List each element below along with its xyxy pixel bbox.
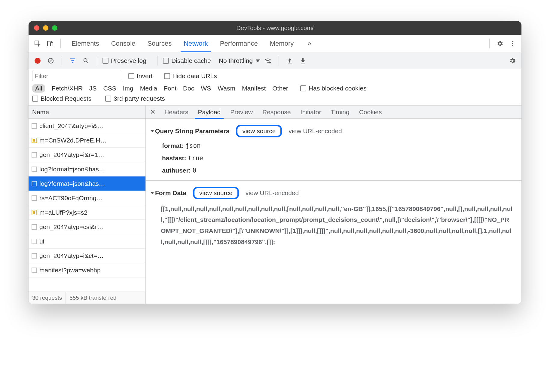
script-file-icon <box>32 138 37 143</box>
window-title: DevTools - www.google.com/ <box>29 25 521 32</box>
main-tabs-row: ElementsConsoleSourcesNetworkPerformance… <box>29 35 521 52</box>
separator <box>60 39 61 48</box>
form-view-url-encoded-button[interactable]: view URL-encoded <box>246 189 299 197</box>
tab-sources[interactable]: Sources <box>141 35 178 52</box>
name-column-header[interactable]: Name <box>29 106 145 119</box>
filter-input[interactable] <box>32 71 122 81</box>
main-split: Name client_204?&atyp=i&…m=CnSW2d,DPreE,… <box>29 106 521 304</box>
separator <box>62 56 62 66</box>
network-toolbar: Preserve log Disable cache No throttling <box>29 52 521 69</box>
close-detail-button[interactable]: ✕ <box>148 108 157 117</box>
blocked-requests-checkbox[interactable]: Blocked Requests <box>32 95 91 102</box>
tab-elements[interactable]: Elements <box>66 35 105 52</box>
search-icon[interactable] <box>81 55 91 66</box>
type-filter-doc[interactable]: Doc <box>183 85 194 92</box>
request-row[interactable]: ui <box>29 234 145 249</box>
inspect-element-icon[interactable] <box>32 38 43 49</box>
detail-tab-payload[interactable]: Payload <box>193 106 225 118</box>
document-file-icon <box>32 224 37 230</box>
request-row[interactable]: log?format=json&has… <box>29 176 145 191</box>
document-file-icon <box>32 167 37 172</box>
filter-bar: Invert Hide data URLs AllFetch/XHRJSCSSI… <box>29 69 521 106</box>
type-filter-other[interactable]: Other <box>272 85 288 92</box>
detail-tab-headers[interactable]: Headers <box>160 106 193 118</box>
request-row[interactable]: gen_204?atyp=i&r=1… <box>29 148 145 162</box>
network-settings-icon[interactable] <box>507 55 518 66</box>
clear-button[interactable] <box>45 55 56 66</box>
disable-cache-checkbox[interactable]: Disable cache <box>163 57 211 64</box>
form-data-section-header[interactable]: Form Data view source view URL-encoded <box>146 184 521 202</box>
request-row[interactable]: gen_204?atyp=i&ct=… <box>29 249 145 263</box>
type-filter-fetchxhr[interactable]: Fetch/XHR <box>52 85 83 92</box>
document-file-icon <box>32 195 37 201</box>
query-param-row: format: json <box>162 140 521 152</box>
svg-point-4 <box>512 43 513 44</box>
filter-icon[interactable] <box>67 55 78 66</box>
tab-performance[interactable]: Performance <box>214 35 264 52</box>
detail-tab-timing[interactable]: Timing <box>326 106 354 118</box>
throttling-select[interactable]: No throttling <box>219 57 260 64</box>
settings-icon[interactable] <box>494 38 505 49</box>
section-divider <box>146 180 521 181</box>
request-row[interactable]: m=aLUfP?xjs=s2 <box>29 205 145 220</box>
request-name: m=aLUfP?xjs=s2 <box>39 209 87 216</box>
detail-tab-preview[interactable]: Preview <box>225 106 258 118</box>
blocked-requests-label: Blocked Requests <box>41 95 91 102</box>
type-filter-css[interactable]: CSS <box>103 85 116 92</box>
invert-checkbox[interactable]: Invert <box>128 72 153 80</box>
hide-data-urls-checkbox[interactable]: Hide data URLs <box>164 72 217 80</box>
svg-point-5 <box>512 45 513 46</box>
has-blocked-cookies-checkbox[interactable]: Has blocked cookies <box>300 85 367 92</box>
separator <box>97 56 97 66</box>
third-party-label: 3rd-party requests <box>114 95 165 102</box>
type-filter-media[interactable]: Media <box>140 85 157 92</box>
type-filter-wasm[interactable]: Wasm <box>218 85 235 92</box>
type-filter-font[interactable]: Font <box>164 85 176 92</box>
type-filter-ws[interactable]: WS <box>201 85 211 92</box>
network-conditions-icon[interactable] <box>262 55 273 66</box>
request-row[interactable]: rs=ACT90oFqOrnng… <box>29 191 145 205</box>
type-filter-all[interactable]: All <box>32 84 45 93</box>
request-row[interactable]: manifest?pwa=webhp <box>29 263 145 277</box>
tab-console[interactable]: Console <box>105 35 142 52</box>
status-bar: 30 requests 555 kB transferred <box>29 292 145 304</box>
devtools-window: DevTools - www.google.com/ ElementsConso… <box>29 21 521 304</box>
more-tabs-button[interactable]: » <box>301 35 317 52</box>
document-file-icon <box>32 253 37 259</box>
payload-panel: Query String Parameters view source view… <box>146 119 521 304</box>
download-har-icon[interactable] <box>298 55 308 66</box>
preserve-log-checkbox[interactable]: Preserve log <box>102 57 146 64</box>
request-name: ui <box>39 238 44 245</box>
detail-tab-response[interactable]: Response <box>258 106 296 118</box>
query-params-list: format: jsonhasfast: trueauthuser: 0 <box>146 140 521 177</box>
resource-type-filters: AllFetch/XHRJSCSSImgMediaFontDocWSWasmMa… <box>32 84 518 93</box>
type-filter-js[interactable]: JS <box>89 85 97 92</box>
request-row[interactable]: client_204?&atyp=i&… <box>29 119 145 133</box>
transfer-size: 555 kB transferred <box>66 292 120 304</box>
query-view-url-encoded-button[interactable]: view URL-encoded <box>289 127 342 135</box>
tab-network[interactable]: Network <box>178 35 214 52</box>
request-count: 30 requests <box>29 292 66 304</box>
device-toolbar-icon[interactable] <box>45 38 56 49</box>
third-party-checkbox[interactable]: 3rd-party requests <box>105 95 165 102</box>
request-row[interactable]: m=CnSW2d,DPreE,H… <box>29 133 145 148</box>
form-view-source-button[interactable]: view source <box>193 187 239 199</box>
query-view-source-button[interactable]: view source <box>236 125 282 137</box>
kebab-menu-icon[interactable] <box>507 38 518 49</box>
type-filter-manifest[interactable]: Manifest <box>242 85 266 92</box>
document-file-icon <box>32 239 37 244</box>
throttling-value: No throttling <box>219 57 253 64</box>
document-file-icon <box>32 181 37 186</box>
detail-tab-cookies[interactable]: Cookies <box>354 106 387 118</box>
type-filter-img[interactable]: Img <box>123 85 133 92</box>
document-file-icon <box>32 152 37 158</box>
upload-har-icon[interactable] <box>284 55 295 66</box>
tab-memory[interactable]: Memory <box>264 35 300 52</box>
param-key: authuser: <box>162 167 191 174</box>
request-row[interactable]: log?format=json&has… <box>29 162 145 176</box>
request-row[interactable]: gen_204?atyp=csi&r… <box>29 220 145 234</box>
detail-pane: ✕ HeadersPayloadPreviewResponseInitiator… <box>146 106 521 304</box>
detail-tab-initiator[interactable]: Initiator <box>296 106 326 118</box>
record-button[interactable] <box>32 55 43 66</box>
query-params-section-header[interactable]: Query String Parameters view source view… <box>146 122 521 140</box>
